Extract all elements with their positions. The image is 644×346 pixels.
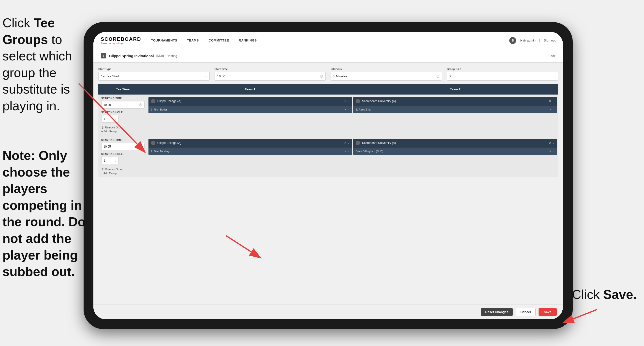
sign-out-link[interactable]: Sign out <box>544 38 556 42</box>
time-clock-icon-1: 🕐 <box>139 103 142 107</box>
reset-changes-button[interactable]: Reset Changes <box>481 308 513 316</box>
team-cols-1: Clippd College (A) ✕ ⌄ 1. Rich Butler ✕ … <box>148 94 558 135</box>
time-clock-icon-2: 🕐 <box>139 145 142 148</box>
starting-hole-label-2: STARTING HOLE: <box>101 153 144 155</box>
player-name-2b-1: Dave Billingham (SUB) <box>356 150 549 153</box>
note-annotation: Note: Only choose the players competing … <box>2 147 88 280</box>
logo-area: SCOREBOARD Powered by clippd <box>101 36 141 44</box>
start-type-field: Start Type 1st Tee Start ⌄ <box>98 67 210 80</box>
add-group-btn-1[interactable]: + Add Group <box>101 130 144 133</box>
tablet-screen: SCOREBOARD Powered by clippd TOURNAMENTS… <box>94 32 563 319</box>
start-type-label: Start Type <box>98 67 210 70</box>
hole-arrow-1: ⌄ <box>114 118 116 120</box>
trash-icon-2: 🗑 <box>101 168 104 171</box>
user-name: blair admin <box>520 38 536 42</box>
separator: | <box>539 38 540 42</box>
intervals-label: Intervals <box>330 67 442 70</box>
group-size-label: Group Size <box>447 67 558 70</box>
player-expand-1b-1[interactable]: ⌄ <box>552 108 554 111</box>
nav-teams[interactable]: TEAMS <box>187 37 199 43</box>
team-logo-2a <box>151 141 155 145</box>
start-config: Start Type 1st Tee Start ⌄ Start Time 10… <box>98 67 558 80</box>
player-entry-1a-1: 1. Rich Butler ✕ ⌄ <box>148 106 352 113</box>
start-type-arrow: ⌄ <box>205 75 207 78</box>
player-remove-2a-1[interactable]: ✕ <box>344 150 346 153</box>
player-entry-2b-1: Dave Billingham (SUB) ✕ ⌄ <box>353 148 557 155</box>
cancel-button[interactable]: Cancel <box>516 308 536 316</box>
group-size-value: 2 <box>450 74 451 78</box>
save-button[interactable]: Save <box>538 308 557 316</box>
team-logo-1a <box>151 99 155 103</box>
add-group-btn-2[interactable]: + Add Group <box>101 172 144 175</box>
player-expand-2b-1[interactable]: ⌄ <box>552 150 554 152</box>
nav-links: TOURNAMENTS TEAMS COMMITTEE RANKINGS <box>151 37 509 43</box>
tee-groups-bold: Tee Groups <box>2 16 55 47</box>
team-name-2b: Scoreboard University (A) <box>362 141 549 145</box>
tee-group-row-1: STARTING TIME: 10:00 🕐 STARTING HOLE: 1 … <box>98 94 558 135</box>
start-type-input[interactable]: 1st Tee Start ⌄ <box>98 72 210 80</box>
remove-group-btn-1[interactable]: 🗑 Remove Group <box>101 126 144 129</box>
team-expand-1a[interactable]: ⌄ <box>348 100 350 103</box>
team-expand-2b[interactable]: ⌄ <box>552 142 554 144</box>
start-time-label: Start Time <box>214 67 326 70</box>
team-card-1b[interactable]: Scoreboard University (A) ✕ ⌄ 1. Rees Br… <box>353 97 557 113</box>
team-name-1b: Scoreboard University (A) <box>362 99 549 103</box>
starting-time-label-1: STARTING TIME: <box>101 97 144 100</box>
player-name-2a-1: 2. Blair McHarg <box>151 150 344 153</box>
team-logo-1b <box>356 99 360 103</box>
intervals-value: 5 Minutes <box>333 74 347 78</box>
player-expand-1a-1[interactable]: ⌄ <box>348 108 350 111</box>
team-remove-1b[interactable]: ✕ <box>549 99 551 103</box>
powered-by-brand: clippd <box>116 42 124 44</box>
time-input-2[interactable]: 10:05 🕐 <box>101 143 144 150</box>
group-size-field: Group Size 2 ⌄ <box>447 67 558 80</box>
tablet-frame: SCOREBOARD Powered by clippd TOURNAMENTS… <box>84 22 573 329</box>
hole-input-2[interactable]: 1 ⌄ <box>101 157 118 164</box>
player-remove-1a-1[interactable]: ✕ <box>344 108 346 111</box>
team-card-1a[interactable]: Clippd College (A) ✕ ⌄ 1. Rich Butler ✕ … <box>148 97 352 113</box>
player-remove-2b-1[interactable]: ✕ <box>549 150 551 153</box>
team-col-1b: Scoreboard University (A) ✕ ⌄ 1. Rees Br… <box>353 97 557 133</box>
start-time-input[interactable]: 10:00 🕐 <box>214 72 326 80</box>
group-size-input[interactable]: 2 ⌄ <box>447 72 558 80</box>
player-remove-1b-1[interactable]: ✕ <box>549 108 551 111</box>
team-expand-2a[interactable]: ⌄ <box>348 142 350 144</box>
main-content: Start Type 1st Tee Start ⌄ Start Time 10… <box>94 63 563 305</box>
table-body: STARTING TIME: 10:00 🕐 STARTING HOLE: 1 … <box>98 94 558 177</box>
player-expand-2a-1[interactable]: ⌄ <box>348 150 350 152</box>
hosting-label: Hosting <box>166 54 177 58</box>
intervals-input[interactable]: 5 Minutes 🕐 <box>330 72 442 80</box>
time-value-2: 10:05 <box>104 145 111 148</box>
tournament-title: Clippd Spring Invitational <box>109 54 154 58</box>
team-logo-2b <box>356 141 360 145</box>
back-button[interactable]: Back <box>546 54 556 58</box>
remove-group-btn-2[interactable]: 🗑 Remove Group <box>101 168 144 171</box>
team-remove-1a[interactable]: ✕ <box>344 99 346 103</box>
tournament-badge: (Men) <box>156 54 164 57</box>
time-value-1: 10:00 <box>104 103 111 107</box>
nav-rankings[interactable]: RANKINGS <box>239 37 256 43</box>
team-remove-2b[interactable]: ✕ <box>549 141 551 145</box>
team-card-header-2b: Scoreboard University (A) ✕ ⌄ <box>353 139 557 147</box>
nav-committee[interactable]: COMMITTEE <box>209 37 229 43</box>
team-remove-2a[interactable]: ✕ <box>344 141 346 145</box>
hole-input-1[interactable]: 1 ⌄ <box>101 115 118 123</box>
team-card-header-1a: Clippd College (A) ✕ ⌄ <box>148 97 352 105</box>
nav-tournaments[interactable]: TOURNAMENTS <box>151 37 177 43</box>
player-name-1a-1: 1. Rich Butler <box>151 108 344 111</box>
team-card-2a[interactable]: Clippd College (A) ✕ ⌄ 2. Blair McHarg ✕… <box>148 139 352 155</box>
team-card-2b[interactable]: Scoreboard University (A) ✕ ⌄ Dave Billi… <box>353 139 557 155</box>
trash-icon-1: 🗑 <box>101 126 104 129</box>
save-annotation: Click Save. <box>572 287 637 302</box>
start-time-field: Start Time 10:00 🕐 <box>214 67 326 80</box>
hole-value-1: 1 <box>104 117 105 121</box>
start-time-value: 10:00 <box>217 74 226 78</box>
team-expand-1b[interactable]: ⌄ <box>552 100 554 103</box>
time-input-1[interactable]: 10:00 🕐 <box>101 101 144 108</box>
save-bold: Save. <box>603 287 637 302</box>
note-bold-label: Note: Only choose the players competing … <box>2 148 86 279</box>
footer-bar: Reset Changes Cancel Save <box>94 305 563 319</box>
hole-value-2: 1 <box>104 159 105 162</box>
navbar: SCOREBOARD Powered by clippd TOURNAMENTS… <box>94 32 563 49</box>
team-cols-2: Clippd College (A) ✕ ⌄ 2. Blair McHarg ✕… <box>148 136 558 177</box>
